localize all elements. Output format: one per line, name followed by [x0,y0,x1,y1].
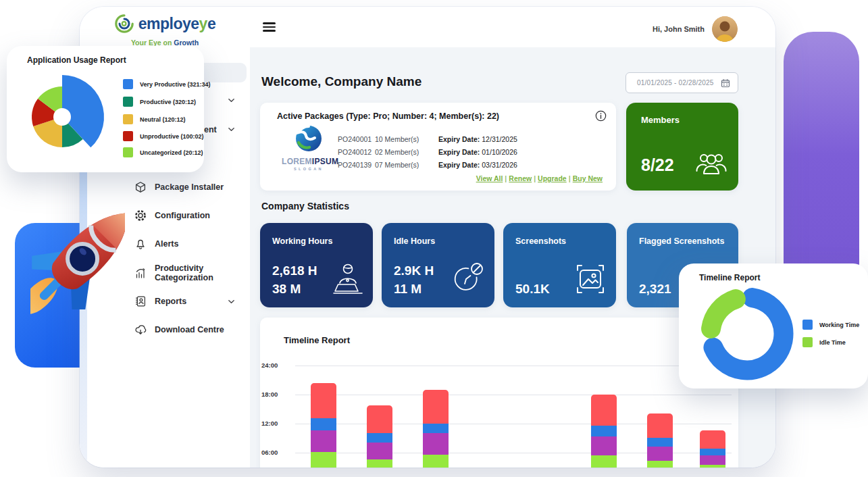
company-statistics-heading: Company Statistics [261,201,349,211]
calendar-icon [721,78,730,88]
sidebar-item-label: Configuration [155,211,210,220]
legend-item: Working Time [802,320,859,330]
working-hours-value: 2,618 H38 M [272,261,317,298]
cloud-download-icon [134,324,147,336]
gridline [295,366,732,366]
timeline-bar [700,430,725,468]
screenshots-value: 50.1K [515,280,550,298]
legend-swatch [123,147,133,157]
top-header: Hi, John Smith [250,7,775,48]
view-all-link[interactable]: View All [476,174,503,182]
id-card-icon [134,295,147,307]
gridline [295,395,732,395]
legend-item: Very Productive (321:34) [123,79,211,89]
user-avatar[interactable] [712,16,738,42]
y-axis-tick: 18:00 [261,391,290,398]
legend-item: Productive (320:12) [123,97,196,107]
legend-swatch [123,131,133,141]
chevron-down-icon[interactable] [228,126,235,133]
vendor-logo: LOREMIPSUM SLOGAN [282,124,336,171]
package-actions: View All|Renew|Upgrade|Buy New [476,174,603,182]
vendor-logo-slogan: SLOGAN [282,167,336,171]
timeline-bar [591,395,617,468]
members-card: Members 8/22 [626,103,738,191]
screenshot-icon [573,261,608,299]
sidebar-item-label: Download Centre [155,325,224,334]
vendor-logo-text: LOREMIPSUM [282,157,336,166]
members-count: 8/22 [641,155,674,175]
renew-link[interactable]: Renew [509,174,532,182]
legend-item: Neutral (120:12) [123,114,186,124]
package-row: PO240001 10 Member(s) Expiry Date: 12/31… [338,132,517,145]
bar-chart-icon [134,267,147,279]
desktop-canvas: employeye Your Eye onGrowth ent Package … [0,0,868,477]
brand-wordmark: employeye [138,16,215,32]
timeline-donut-chart [696,280,804,387]
timeline-chart-plot: 24:00 18:00 12:00 06:00 [260,318,738,468]
sidebar-item-label: Reports [155,297,186,306]
legend-swatch [123,97,133,107]
legend-swatch [123,114,133,124]
upgrade-link[interactable]: Upgrade [538,174,567,182]
brand-eye-icon [114,14,134,34]
members-card-title: Members [641,115,680,125]
package-list: PO240001 10 Member(s) Expiry Date: 12/31… [338,132,517,171]
hamburger-menu-icon[interactable] [263,22,276,34]
package-row: PO240012 02 Member(s) Expiry Date: 01/10… [338,145,517,158]
idle-clock-icon [449,259,486,299]
application-usage-report-title: Application Usage Report [27,55,126,65]
sidebar-item-label: Productivity Categorization [155,263,250,282]
members-group-icon [695,149,727,180]
buy-new-link[interactable]: Buy New [573,174,603,182]
package-row: PO240139 07 Member(s) Expiry Date: 03/31… [338,158,517,171]
person-laptop-icon [328,260,365,299]
date-range-value: 01/01/2025 - 02/28/2025 [626,79,721,86]
gear-icon [134,209,147,222]
active-packages-title: Active Packages (Type: Pro; Number: 4; M… [277,111,499,121]
date-range-picker[interactable]: 01/01/2025 - 02/28/2025 [626,72,738,93]
stat-card-idle-hours: Idle Hours 2.9K H11 M [382,223,494,307]
legend-item: Uncategorized (20:12) [123,147,203,157]
stat-card-screenshots: Screenshots 50.1K [503,223,616,307]
y-axis-tick: 06:00 [261,449,290,456]
chevron-down-icon[interactable] [228,97,235,104]
timeline-bar [647,413,673,468]
main-content: Welcome, Company Name 01/01/2025 - 02/28… [250,47,775,468]
page-title: Welcome, Company Name [261,74,422,89]
stat-card-working-hours: Working Hours 2,618 H38 M [260,223,373,307]
active-packages-card: Active Packages (Type: Pro; Number: 4; M… [260,103,616,191]
legend-swatch [802,320,813,330]
timeline-bar [311,383,336,468]
application-usage-report-card: Application Usage Report Very Productive… [7,46,204,172]
timeline-report-overlay-card: Timeline Report Working Time Idle Time [679,263,868,388]
legend-item: Unproductive (100:02) [123,131,204,141]
bell-icon [134,238,147,250]
timeline-bar [367,405,392,468]
brand-logo: employeye Your Eye onGrowth [80,14,250,47]
timeline-report-card: Timeline Report 24:00 18:00 12:00 06:00 [260,318,738,468]
legend-item: Idle Time [802,337,846,347]
info-icon[interactable] [595,110,607,124]
chevron-down-icon [228,298,235,305]
idle-hours-value: 2.9K H11 M [394,261,434,298]
sidebar-item-partial[interactable]: ent [204,125,217,134]
legend-swatch [802,337,813,347]
legend-swatch [123,79,133,89]
y-axis-tick: 24:00 [261,361,290,369]
flagged-screenshots-value: 2,321 [639,280,671,298]
sidebar-item-label: Package Installer [155,182,224,192]
sidebar-item-label: Alerts [155,239,178,249]
user-greeting: Hi, John Smith [653,25,705,33]
timeline-bar [423,390,449,468]
package-cube-icon [134,181,147,193]
y-axis-tick: 12:00 [261,420,290,427]
application-usage-pie-chart [20,65,118,173]
rocket-illustration [30,184,125,343]
